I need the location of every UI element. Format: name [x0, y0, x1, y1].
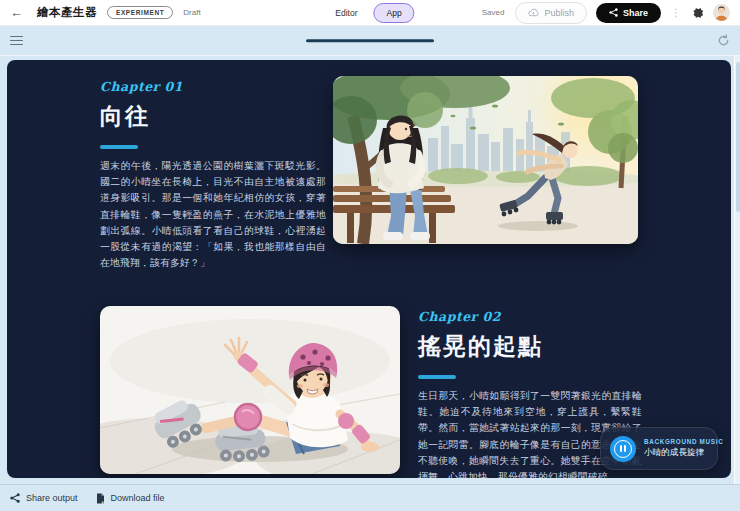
scrollbar-thumb[interactable]	[736, 62, 740, 212]
top-bar: ← 繪本產生器 EXPERIMENT Draft Editor App Save…	[0, 0, 740, 26]
pause-icon	[614, 440, 632, 458]
tab-editor[interactable]: Editor	[325, 4, 367, 22]
share-output-label: Share output	[26, 493, 78, 503]
share-nodes-icon	[609, 8, 618, 17]
reload-icon[interactable]	[717, 34, 730, 47]
saved-status: Saved	[482, 8, 505, 17]
chapter2-divider	[418, 375, 456, 379]
user-avatar[interactable]	[713, 4, 730, 21]
kebab-menu-icon[interactable]: ⋮	[670, 7, 682, 18]
tab-app[interactable]: App	[374, 3, 415, 23]
download-file-button[interactable]: Download file	[96, 493, 165, 504]
background-music-player: BACKGROUND MUSIC 小晴的成長旋律	[600, 427, 718, 470]
back-arrow-icon[interactable]: ←	[10, 6, 23, 19]
chapter2-label: Chapter 02	[418, 309, 642, 324]
cloud-upload-icon	[528, 8, 539, 17]
chapter1-divider	[100, 145, 138, 149]
app-title: 繪本產生器	[37, 5, 97, 20]
bottom-bar: Share output Download file	[0, 484, 740, 511]
chapter1-label: Chapter 01	[100, 79, 326, 94]
chapter1-title: 向往	[100, 101, 326, 132]
music-track-title: 小晴的成長旋律	[644, 447, 708, 459]
publish-button[interactable]: Publish	[515, 2, 587, 24]
settings-gear-icon[interactable]	[691, 6, 704, 19]
chapter2-title: 搖晃的起點	[418, 331, 642, 362]
pause-button[interactable]	[610, 436, 636, 462]
mode-tabs: Editor App	[325, 0, 414, 25]
share-nodes-icon	[10, 493, 20, 503]
storybook-canvas: Chapter 01 向往 週末的午後，陽光透過公園的樹葉灑下斑駁光影。國二的小…	[7, 60, 731, 478]
hamburger-menu-icon[interactable]	[10, 36, 23, 46]
download-file-label: Download file	[111, 493, 165, 503]
music-label: BACKGROUND MUSIC	[644, 438, 708, 445]
chapter2-illustration	[100, 306, 400, 474]
share-label: Share	[623, 8, 648, 18]
music-meta: BACKGROUND MUSIC 小晴的成長旋律	[644, 438, 708, 459]
experiment-badge: EXPERIMENT	[107, 6, 173, 19]
share-button[interactable]: Share	[596, 3, 661, 23]
topbar-actions: Saved Publish Share ⋮	[482, 2, 730, 24]
progress-bar	[306, 39, 434, 43]
share-output-button[interactable]: Share output	[10, 493, 78, 503]
chapter1-body: 週末的午後，陽光透過公園的樹葉灑下斑駁光影。國二的小晴坐在長椅上，目光不由自主地…	[100, 158, 326, 271]
preview-toolbar	[0, 26, 740, 55]
chapter1-section: Chapter 01 向往 週末的午後，陽光透過公園的樹葉灑下斑駁光影。國二的小…	[100, 79, 326, 271]
file-download-icon	[96, 493, 105, 504]
app-window: ← 繪本產生器 EXPERIMENT Draft Editor App Save…	[0, 0, 740, 511]
chapter1-illustration	[333, 76, 638, 244]
vertical-scrollbar[interactable]	[734, 56, 740, 484]
publish-label: Publish	[544, 8, 574, 18]
draft-label: Draft	[183, 8, 200, 17]
preview-stage: Chapter 01 向往 週末的午後，陽光透過公園的樹葉灑下斑駁光影。國二的小…	[0, 55, 740, 484]
